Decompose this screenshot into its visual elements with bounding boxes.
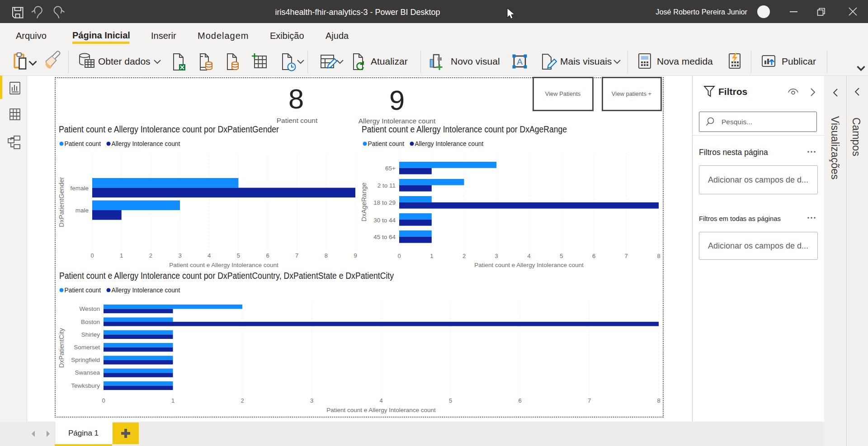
svg-text:65+: 65+	[385, 165, 396, 172]
svg-text:30 to 44: 30 to 44	[373, 217, 396, 224]
svg-text:6: 6	[518, 397, 521, 404]
svg-text:Filtros em todas as páginas: Filtros em todas as páginas	[699, 215, 781, 222]
svg-text:1: 1	[120, 252, 123, 259]
svg-text:Springfield: Springfield	[71, 357, 100, 363]
svg-text:Patient count e Allergy Intole: Patient count e Allergy Intolerance coun…	[59, 271, 394, 281]
svg-text:5: 5	[449, 397, 452, 404]
svg-text:8: 8	[657, 397, 660, 404]
svg-text:4: 4	[208, 252, 211, 259]
svg-text:8: 8	[325, 252, 328, 259]
svg-text:View Patients: View Patients	[545, 90, 581, 97]
svg-text:Filtros: Filtros	[718, 86, 747, 97]
svg-text:DxPatientGender: DxPatientGender	[58, 177, 65, 227]
svg-text:Somerset: Somerset	[74, 344, 100, 351]
svg-text:7: 7	[625, 253, 628, 259]
svg-text:Atualizar: Atualizar	[371, 56, 408, 66]
svg-text:1: 1	[430, 253, 433, 259]
svg-text:4: 4	[527, 253, 530, 259]
svg-text:0: 0	[90, 252, 94, 259]
svg-text:Allergy Intolerance count: Allergy Intolerance count	[112, 141, 180, 147]
svg-text:2: 2	[149, 252, 152, 259]
svg-text:Patient count: Patient count	[65, 287, 101, 294]
svg-text:4: 4	[379, 397, 382, 404]
svg-text:Patient count: Patient count	[368, 141, 405, 147]
svg-text:5: 5	[560, 253, 563, 259]
svg-text:6: 6	[266, 252, 269, 259]
svg-text:iris4health-fhir-analytics-3 -: iris4health-fhir-analytics-3 - Power BI …	[275, 8, 440, 17]
svg-text:2: 2	[462, 253, 466, 259]
svg-text:Weston: Weston	[79, 305, 100, 312]
svg-text:45 to 64: 45 to 64	[373, 234, 396, 240]
svg-text:Mais visuais: Mais visuais	[560, 56, 612, 66]
svg-text:Boston: Boston	[81, 319, 100, 325]
svg-text:3: 3	[178, 252, 181, 259]
svg-text:Patient count: Patient count	[277, 117, 318, 124]
svg-text:18 to 29: 18 to 29	[373, 199, 396, 206]
svg-text:2: 2	[241, 397, 244, 404]
svg-text:Tewksbury: Tewksbury	[71, 382, 100, 389]
svg-text:3: 3	[310, 397, 313, 404]
svg-text:0: 0	[397, 253, 401, 259]
svg-text:José Roberto Pereira Junior: José Roberto Pereira Junior	[656, 8, 747, 16]
svg-text:Nova medida: Nova medida	[657, 56, 713, 66]
svg-text:Patient count e Allergy Intole: Patient count e Allergy Intolerance coun…	[59, 124, 279, 134]
svg-text:6: 6	[592, 253, 595, 259]
svg-text:Patient count e Allergy Intole: Patient count e Allergy Intolerance coun…	[169, 262, 278, 268]
svg-text:5: 5	[237, 252, 240, 259]
svg-text:Shirley: Shirley	[81, 331, 100, 338]
svg-text:View patients +: View patients +	[612, 90, 651, 97]
svg-text:Patient count: Patient count	[65, 141, 101, 147]
svg-text:Allergy Intolerance count: Allergy Intolerance count	[359, 117, 436, 125]
svg-text:9: 9	[389, 85, 405, 116]
svg-text:9: 9	[354, 252, 357, 259]
svg-text:Pesquis...: Pesquis...	[722, 118, 752, 126]
svg-text:8: 8	[657, 253, 660, 259]
svg-text:DxAgeRange: DxAgeRange	[360, 183, 368, 221]
svg-text:Allergy Intolerance count: Allergy Intolerance count	[112, 287, 180, 294]
svg-text:Adicionar os campos de d...: Adicionar os campos de d...	[708, 241, 808, 250]
svg-text:Obter dados: Obter dados	[98, 56, 151, 66]
svg-text:Patient count e Allergy Intole: Patient count e Allergy Intolerance coun…	[474, 262, 584, 268]
svg-text:DxPatientCity: DxPatientCity	[58, 328, 65, 368]
svg-text:1: 1	[171, 397, 175, 404]
svg-text:Adicionar os campos de d...: Adicionar os campos de d...	[708, 175, 808, 184]
svg-text:Filtros nesta página: Filtros nesta página	[699, 148, 768, 157]
svg-text:7: 7	[295, 252, 298, 259]
svg-text:A: A	[517, 57, 523, 66]
svg-text:male: male	[75, 207, 89, 214]
svg-text:8: 8	[288, 83, 304, 114]
svg-text:Patient count e Allergy Intole: Patient count e Allergy Intolerance coun…	[362, 124, 567, 134]
svg-text:Patient count e Allergy Intole: Patient count e Allergy Intolerance coun…	[326, 407, 436, 413]
svg-text:female: female	[70, 185, 89, 192]
svg-text:0: 0	[102, 397, 105, 404]
svg-text:3: 3	[495, 253, 498, 259]
svg-text:2 to 11: 2 to 11	[377, 182, 396, 189]
svg-text:Allergy Intolerance count: Allergy Intolerance count	[415, 141, 484, 147]
svg-text:Publicar: Publicar	[782, 56, 816, 66]
svg-text:Novo visual: Novo visual	[451, 56, 500, 66]
svg-text:7: 7	[588, 397, 591, 404]
svg-text:Swansea: Swansea	[75, 369, 100, 376]
